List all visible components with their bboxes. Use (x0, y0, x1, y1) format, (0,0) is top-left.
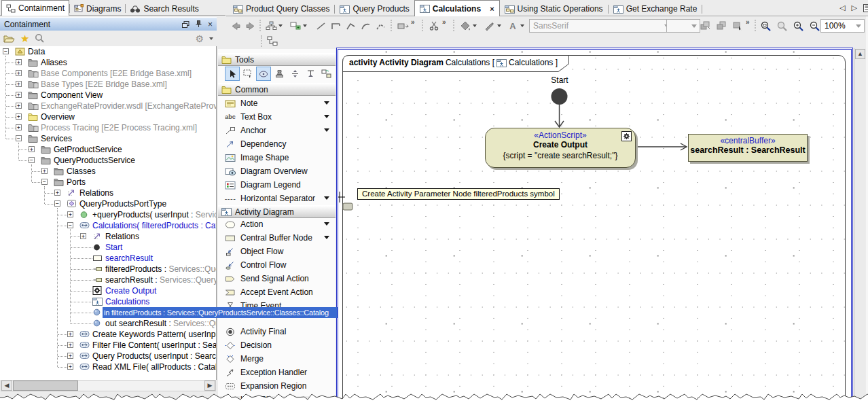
tree-item[interactable]: out searchResult : Services::Quer (0, 318, 217, 329)
line-color-icon-dropdown[interactable] (497, 24, 501, 29)
resize-icon-overflow[interactable]: » (411, 18, 414, 26)
collapse-icon[interactable]: − (54, 200, 60, 207)
expand-icon[interactable]: + (16, 59, 22, 65)
expand-icon[interactable]: + (16, 124, 22, 130)
dropdown-arrow-icon[interactable] (324, 236, 329, 242)
central-buffer-node[interactable]: «centralBuffer» searchResult : SearchRes… (688, 134, 808, 162)
stamp-tool[interactable] (272, 67, 287, 81)
zoom-fit-icon[interactable] (776, 20, 789, 32)
tree-item[interactable]: +Relations (0, 188, 217, 198)
expand-icon[interactable]: + (16, 113, 22, 120)
tree-item[interactable]: +Base Components [E2E Bridge Base.xml] (0, 68, 217, 79)
dropdown-arrow-icon[interactable] (324, 115, 329, 121)
tree-item[interactable]: +Filter File Content( userInput : Search (0, 340, 217, 351)
h-split-tool[interactable] (303, 67, 318, 81)
resize-icon[interactable] (396, 20, 410, 32)
tree-item[interactable]: searchResult (0, 253, 217, 264)
back-icon[interactable] (229, 20, 242, 32)
diagram-tab-get-exchange-rate[interactable]: Get Exchange Rate (609, 1, 702, 16)
tree-item[interactable]: +Aliases (0, 57, 217, 68)
line-style-spline-icon[interactable] (374, 20, 388, 32)
palette-item-decision[interactable]: Decision (218, 338, 336, 352)
search-icon[interactable] (35, 33, 45, 43)
expand-icon[interactable]: + (41, 168, 48, 174)
collapse-icon[interactable]: − (29, 157, 35, 163)
line-style-rectilinear-icon[interactable] (329, 20, 343, 32)
cut-icon-overflow[interactable]: » (442, 18, 446, 26)
diagram-tab-using-static-operations[interactable]: Using Static Operations (500, 1, 608, 16)
tree-item[interactable]: +Create Keywords Pattern( userInput : (0, 329, 217, 340)
zoom-region-icon[interactable] (759, 20, 773, 32)
line-style-curve-icon[interactable] (359, 20, 373, 32)
marquee-tool[interactable] (240, 67, 255, 81)
tree-item[interactable]: Calculations (0, 296, 217, 307)
line-color-icon[interactable] (483, 20, 496, 32)
tree-item[interactable]: Create Output (0, 285, 217, 296)
expand-icon[interactable]: + (29, 146, 35, 152)
tree-item[interactable]: +Relations (0, 231, 217, 242)
close-tab-icon[interactable]: × (490, 5, 494, 13)
tree-item[interactable]: −QueryProductsPortType (0, 198, 217, 209)
tree-item[interactable]: Start (0, 242, 217, 253)
collapse-icon[interactable]: − (3, 48, 9, 54)
palette-item-text-box[interactable]: abcText Box (218, 110, 336, 124)
tree-item[interactable]: +Base Types [E2E Bridge Base.xml] (0, 79, 217, 90)
font-size-select[interactable] (666, 19, 700, 33)
tree-item[interactable]: +Component View (0, 90, 217, 101)
cut-icon[interactable] (427, 20, 441, 32)
zoom-out-icon[interactable] (808, 20, 822, 32)
diagram-tab-product-query-classes[interactable]: Product Query Classes (228, 1, 334, 16)
palette-item-note[interactable]: Note (218, 96, 336, 110)
diagram-canvas[interactable]: activity Activity Diagram Calculations [… (336, 48, 853, 405)
font-family-select[interactable]: SansSerif (529, 19, 673, 33)
line-style-straight-icon[interactable] (314, 20, 328, 32)
forward-icon[interactable] (244, 20, 257, 32)
palette-item-control-flow[interactable]: Control Flow (218, 258, 336, 272)
expand-icon[interactable]: + (67, 211, 73, 217)
close-panel-icon[interactable]: × (208, 21, 213, 28)
tree-item[interactable]: −Ports (0, 177, 217, 188)
open-diagram-icon[interactable] (3, 34, 15, 43)
palette-item-exception-handler[interactable]: Exception Handler (218, 366, 336, 379)
palette-item-diagram-overview[interactable]: Diagram Overview (218, 164, 336, 178)
palette-item-merge[interactable]: Merge (218, 352, 336, 366)
pin-icon[interactable] (196, 20, 202, 28)
palette-item-horizontal-separator[interactable]: ----Horizontal Separator (218, 192, 336, 205)
scroll-tabs-left-icon[interactable]: ◁ (839, 3, 845, 12)
palette-section-activity-diagram[interactable]: Activity Diagram (218, 205, 336, 218)
diagram-tab-query-products[interactable]: Query Products (335, 1, 414, 16)
tree-item[interactable]: +ExchangeRateProvider.wsdl [ExchangeRate… (0, 101, 217, 111)
tree-item[interactable]: −Services (0, 133, 217, 144)
add-element-icon[interactable] (289, 20, 302, 32)
palette-section-tools[interactable]: Tools (218, 53, 336, 66)
hierarchy-icon[interactable] (264, 20, 278, 32)
tree-item[interactable]: +Read XML File( allProducts : Catalog ) (0, 362, 217, 372)
palette-item-object-flow[interactable]: Object Flow (218, 245, 336, 258)
expand-icon[interactable]: + (16, 70, 22, 76)
tree-item[interactable]: −Data (0, 46, 217, 57)
settings-dropdown-icon[interactable] (209, 37, 213, 42)
collapse-icon[interactable]: − (41, 179, 48, 185)
pan-tool[interactable] (256, 67, 271, 81)
expand-icon[interactable]: + (67, 331, 73, 337)
tree-item[interactable]: filteredProducts : Services::Query (0, 264, 217, 275)
select-depth-icon-overflow[interactable]: » (746, 18, 749, 26)
settings-gear-icon[interactable]: ⚙ (195, 33, 204, 44)
palette-item-activity-final[interactable]: Activity Final (218, 325, 336, 338)
float-window-icon[interactable] (182, 21, 189, 28)
collapse-icon[interactable]: − (16, 135, 22, 141)
hierarchy-icon-dropdown[interactable] (278, 24, 283, 29)
palette-item-diagram-legend[interactable]: Diagram Legend (218, 178, 336, 192)
select-tool[interactable] (225, 67, 240, 81)
palette-item-accept-event-action[interactable]: Accept Event Action (218, 285, 336, 299)
expand-icon[interactable]: + (67, 353, 73, 359)
v-split-tool[interactable] (287, 67, 302, 81)
tree-item-selected[interactable]: in filteredProducts : Services::QueryPro… (103, 307, 338, 318)
select-depth-icon[interactable] (731, 20, 744, 32)
action-node-create-output[interactable]: «ActionScript» Create Output {script = "… (485, 128, 636, 168)
add-element-icon-dropdown[interactable] (303, 24, 307, 29)
line-style-oblique-icon[interactable] (344, 20, 358, 32)
zoom-level-select[interactable]: 100% (820, 19, 865, 33)
diagram-tab-calculations[interactable]: Calculations× (414, 0, 500, 16)
dropdown-arrow-icon[interactable] (324, 196, 329, 202)
